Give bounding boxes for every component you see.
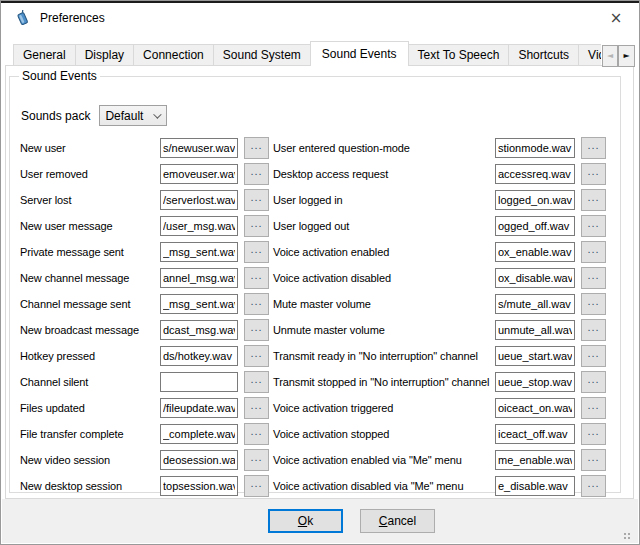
sound-file-input[interactable] xyxy=(160,216,238,236)
browse-button[interactable]: ... xyxy=(244,189,269,211)
tab-display[interactable]: Display xyxy=(75,44,134,65)
sound-event-row: Voice activation enabled via "Me" menu .… xyxy=(273,447,606,473)
browse-button[interactable]: ... xyxy=(244,267,269,289)
sound-event-row: New video session ... xyxy=(20,447,269,473)
titlebar[interactable]: Preferences × xyxy=(1,3,639,33)
sound-file-input[interactable] xyxy=(160,190,238,210)
sound-event-row: Server lost ... xyxy=(20,187,269,213)
browse-button[interactable]: ... xyxy=(581,423,606,445)
browse-button[interactable]: ... xyxy=(581,371,606,393)
browse-button[interactable]: ... xyxy=(581,345,606,367)
sound-events-group: Sound Events Sounds pack Default New use… xyxy=(9,69,621,493)
sounds-pack-value: Default xyxy=(105,109,143,123)
sound-event-label: Voice activation disabled xyxy=(273,272,495,284)
browse-button[interactable]: ... xyxy=(581,241,606,263)
group-title: Sound Events xyxy=(19,69,100,83)
sound-file-input[interactable] xyxy=(160,294,238,314)
window-title: Preferences xyxy=(40,11,105,25)
sound-event-label: Channel message sent xyxy=(20,298,160,310)
sounds-pack-select[interactable]: Default xyxy=(99,105,167,126)
close-button[interactable]: × xyxy=(594,3,638,32)
sound-file-input[interactable] xyxy=(495,346,575,366)
sound-file-input[interactable] xyxy=(495,268,575,288)
sound-file-input[interactable] xyxy=(160,424,238,444)
tab-sound-events[interactable]: Sound Events xyxy=(310,41,409,66)
sound-event-row: Transmit ready in "No interruption" chan… xyxy=(273,343,606,369)
browse-button[interactable]: ... xyxy=(581,319,606,341)
tab-video[interactable]: Video xyxy=(578,44,601,65)
browse-button[interactable]: ... xyxy=(244,293,269,315)
browse-button[interactable]: ... xyxy=(244,319,269,341)
browse-button[interactable]: ... xyxy=(244,423,269,445)
browse-button[interactable]: ... xyxy=(244,371,269,393)
tab-sound-system[interactable]: Sound System xyxy=(213,44,311,65)
ok-button[interactable]: Ok xyxy=(268,509,343,533)
sound-file-input[interactable] xyxy=(160,164,238,184)
sound-event-label: Hotkey pressed xyxy=(20,350,160,362)
sound-file-input[interactable] xyxy=(160,268,238,288)
tab-scroll-right-button[interactable]: ► xyxy=(618,45,635,67)
tab-general[interactable]: General xyxy=(13,44,76,65)
sound-file-input[interactable] xyxy=(495,216,575,236)
cancel-button[interactable]: Cancel xyxy=(360,509,435,533)
browse-button[interactable]: ... xyxy=(581,293,606,315)
browse-button[interactable]: ... xyxy=(581,397,606,419)
sound-event-label: New channel message xyxy=(20,272,160,284)
sound-file-input[interactable] xyxy=(495,320,575,340)
sound-file-input[interactable] xyxy=(495,138,575,158)
browse-button[interactable]: ... xyxy=(244,345,269,367)
sound-file-input[interactable] xyxy=(160,476,238,496)
preferences-dialog: Preferences × GeneralDisplayConnectionSo… xyxy=(0,0,640,545)
sound-file-input[interactable] xyxy=(495,164,575,184)
browse-button[interactable]: ... xyxy=(581,215,606,237)
sound-file-input[interactable] xyxy=(495,450,575,470)
browse-button[interactable]: ... xyxy=(581,449,606,471)
tab-scroll-left-button[interactable]: ◄ xyxy=(602,45,618,67)
sound-event-label: Files updated xyxy=(20,402,160,414)
sound-file-input[interactable] xyxy=(160,242,238,262)
tab-text-to-speech[interactable]: Text To Speech xyxy=(408,44,510,65)
sound-file-input[interactable] xyxy=(495,190,575,210)
sound-file-input[interactable] xyxy=(495,294,575,314)
browse-button[interactable]: ... xyxy=(581,267,606,289)
sound-event-row: User logged in ... xyxy=(273,187,606,213)
tab-connection[interactable]: Connection xyxy=(133,44,214,65)
sound-file-input[interactable] xyxy=(495,372,575,392)
sound-event-row: Hotkey pressed ... xyxy=(20,343,269,369)
browse-button[interactable]: ... xyxy=(581,475,606,497)
app-icon xyxy=(14,10,31,27)
sound-event-row: User logged out ... xyxy=(273,213,606,239)
browse-button[interactable]: ... xyxy=(581,163,606,185)
resize-grip[interactable] xyxy=(624,529,634,539)
browse-button[interactable]: ... xyxy=(244,241,269,263)
sound-event-label: New user xyxy=(20,142,160,154)
sounds-pack-label: Sounds pack xyxy=(21,109,90,123)
browse-button[interactable]: ... xyxy=(244,137,269,159)
browse-button[interactable]: ... xyxy=(581,189,606,211)
events-column-right: User entered question-mode ... Desktop a… xyxy=(273,135,606,499)
browse-button[interactable]: ... xyxy=(244,163,269,185)
sound-file-input[interactable] xyxy=(160,372,238,392)
sound-event-label: New video session xyxy=(20,454,160,466)
sound-file-input[interactable] xyxy=(495,424,575,444)
sound-file-input[interactable] xyxy=(160,138,238,158)
sound-event-label: Server lost xyxy=(20,194,160,206)
sound-event-label: Unmute master volume xyxy=(273,324,495,336)
sound-file-input[interactable] xyxy=(160,398,238,418)
sound-event-label: Transmit stopped in "No interruption" ch… xyxy=(273,376,495,388)
sound-event-label: User removed xyxy=(20,168,160,180)
sound-event-label: Desktop access request xyxy=(273,168,495,180)
sound-file-input[interactable] xyxy=(160,346,238,366)
sound-file-input[interactable] xyxy=(495,242,575,262)
sound-file-input[interactable] xyxy=(495,398,575,418)
sound-file-input[interactable] xyxy=(160,320,238,340)
browse-button[interactable]: ... xyxy=(244,449,269,471)
tab-shortcuts[interactable]: Shortcuts xyxy=(508,44,579,65)
sound-file-input[interactable] xyxy=(495,476,575,496)
browse-button[interactable]: ... xyxy=(244,215,269,237)
browse-button[interactable]: ... xyxy=(244,475,269,497)
browse-button[interactable]: ... xyxy=(581,137,606,159)
sound-event-label: New broadcast message xyxy=(20,324,160,336)
browse-button[interactable]: ... xyxy=(244,397,269,419)
sound-file-input[interactable] xyxy=(160,450,238,470)
